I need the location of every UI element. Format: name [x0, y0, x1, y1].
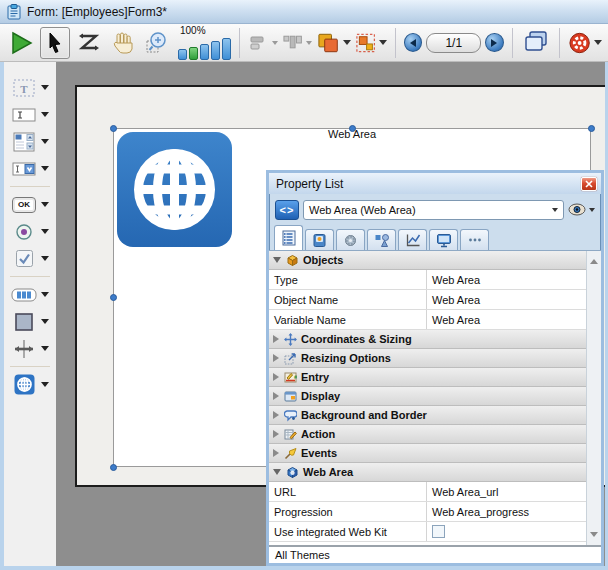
property-value[interactable]: Web Area: [427, 270, 586, 289]
combobox-tool-dropdown[interactable]: [41, 166, 49, 171]
disclosure-open-icon[interactable]: [273, 257, 281, 263]
property-row-variable-name[interactable]: Variable Name Web Area: [269, 310, 586, 330]
magnifier-tool-button[interactable]: [142, 27, 172, 59]
disclosure-closed-icon[interactable]: [273, 449, 279, 457]
rectangle-tool[interactable]: [4, 308, 56, 335]
disclosure-closed-icon[interactable]: [273, 373, 279, 381]
listbox-tool-dropdown[interactable]: [41, 139, 49, 144]
section-objects[interactable]: Objects: [269, 251, 586, 270]
buttonbar-tool[interactable]: [4, 281, 56, 308]
disclosure-closed-icon[interactable]: [273, 411, 279, 419]
tab-shapes[interactable]: [367, 229, 396, 250]
close-button[interactable]: [581, 177, 597, 191]
rectangle-tool-dropdown[interactable]: [41, 319, 49, 324]
checkbox-tool-dropdown[interactable]: [41, 256, 49, 261]
prev-page-button[interactable]: [404, 33, 423, 52]
form-canvas[interactable]: Web Area Property List <>: [56, 62, 605, 566]
property-row-object-name[interactable]: Object Name Web Area: [269, 290, 586, 310]
pointer-tool-button[interactable]: [40, 27, 70, 59]
selection-handle-bottom-left[interactable]: [110, 464, 117, 471]
splitter-tool-dropdown[interactable]: [41, 346, 49, 351]
property-row-progression[interactable]: Progression Web Area_progress: [269, 502, 586, 522]
section-resizing-options[interactable]: Resizing Options: [269, 349, 586, 368]
property-scrollbar[interactable]: [586, 251, 601, 545]
property-row-webkit[interactable]: Use integrated Web Kit: [269, 522, 586, 542]
button-tool-dropdown[interactable]: [41, 202, 49, 207]
zoom-bar-100-current[interactable]: [189, 47, 198, 60]
object-navigator-button[interactable]: <>: [275, 200, 299, 220]
distribute-dropdown-arrow[interactable]: [306, 41, 312, 45]
themes-footer[interactable]: All Themes: [269, 545, 601, 563]
webarea-tool-dropdown[interactable]: [41, 382, 49, 387]
input-tool[interactable]: [4, 101, 56, 128]
buttonbar-tool-dropdown[interactable]: [41, 292, 49, 297]
tab-chart[interactable]: [398, 229, 427, 250]
distribute-button[interactable]: [282, 27, 312, 59]
section-label: Web Area: [303, 466, 353, 478]
webkit-checkbox[interactable]: [432, 525, 445, 538]
layers-dropdown-arrow[interactable]: [343, 40, 351, 45]
property-value[interactable]: Web Area: [427, 310, 586, 329]
tab-book[interactable]: [305, 229, 334, 250]
settings-button[interactable]: [568, 27, 602, 59]
object-selector-dropdown[interactable]: Web Area (Web Area): [303, 200, 564, 220]
checkbox-tool[interactable]: [4, 245, 56, 272]
align-button[interactable]: [248, 27, 278, 59]
page-indicator[interactable]: 1/1: [426, 33, 481, 53]
section-background-border[interactable]: Background and Border: [269, 406, 586, 425]
group-button[interactable]: [355, 27, 387, 59]
webarea-tool[interactable]: [4, 371, 56, 398]
hand-tool-button[interactable]: [108, 27, 138, 59]
selection-handle-top-right[interactable]: [588, 125, 595, 132]
property-row-url[interactable]: URL Web Area_url: [269, 482, 586, 502]
execute-form-button[interactable]: [6, 27, 36, 59]
next-page-button[interactable]: [485, 33, 504, 52]
input-tool-dropdown[interactable]: [41, 112, 49, 117]
view-options-button[interactable]: [568, 203, 595, 216]
section-action[interactable]: Action: [269, 425, 586, 444]
scroll-up-icon[interactable]: [590, 259, 598, 264]
disclosure-closed-icon[interactable]: [273, 392, 279, 400]
tab-gear[interactable]: [336, 229, 365, 250]
text-tool[interactable]: T: [4, 74, 56, 101]
disclosure-closed-icon[interactable]: [273, 430, 279, 438]
splitter-tool[interactable]: [4, 335, 56, 362]
property-value[interactable]: Web Area_progress: [427, 502, 586, 521]
property-value[interactable]: Web Area: [427, 290, 586, 309]
property-row-type[interactable]: Type Web Area: [269, 270, 586, 290]
section-entry[interactable]: # Entry: [269, 368, 586, 387]
settings-dropdown-arrow[interactable]: [594, 40, 602, 45]
entry-order-button[interactable]: [74, 27, 104, 59]
selection-handle-top-left[interactable]: [110, 125, 117, 132]
disclosure-closed-icon[interactable]: [273, 335, 279, 343]
form-windows-button[interactable]: [521, 27, 551, 59]
zoom-bar-200[interactable]: [200, 44, 209, 60]
zoom-bar-400[interactable]: [211, 41, 220, 60]
listbox-tool[interactable]: [4, 128, 56, 155]
disclosure-closed-icon[interactable]: [273, 354, 279, 362]
selection-handle-middle-left[interactable]: [110, 294, 117, 301]
section-display[interactable]: Display: [269, 387, 586, 406]
zoom-bar-800[interactable]: [222, 38, 231, 60]
radio-tool[interactable]: [4, 218, 56, 245]
tab-more[interactable]: [460, 229, 489, 250]
text-tool-dropdown[interactable]: [41, 85, 49, 90]
disclosure-open-icon[interactable]: [273, 469, 281, 475]
section-events[interactable]: Events: [269, 444, 586, 463]
align-dropdown-arrow[interactable]: [272, 41, 278, 45]
radio-tool-dropdown[interactable]: [41, 229, 49, 234]
section-coordinates-sizing[interactable]: Coordinates & Sizing: [269, 330, 586, 349]
gear-icon: [343, 233, 358, 248]
property-list-titlebar[interactable]: Property List: [269, 173, 601, 194]
section-web-area[interactable]: Web Area: [269, 463, 586, 482]
zoom-bar-50[interactable]: [178, 49, 187, 60]
button-tool[interactable]: OK: [4, 191, 56, 218]
tab-monitor[interactable]: [429, 229, 458, 250]
property-value[interactable]: Web Area_url: [427, 482, 586, 501]
layers-button[interactable]: [316, 27, 350, 59]
combobox-tool[interactable]: [4, 155, 56, 182]
group-dropdown-arrow[interactable]: [379, 40, 387, 45]
eye-dropdown-arrow[interactable]: [589, 208, 595, 212]
tab-list[interactable]: [274, 225, 303, 250]
scroll-down-icon[interactable]: [590, 532, 598, 537]
